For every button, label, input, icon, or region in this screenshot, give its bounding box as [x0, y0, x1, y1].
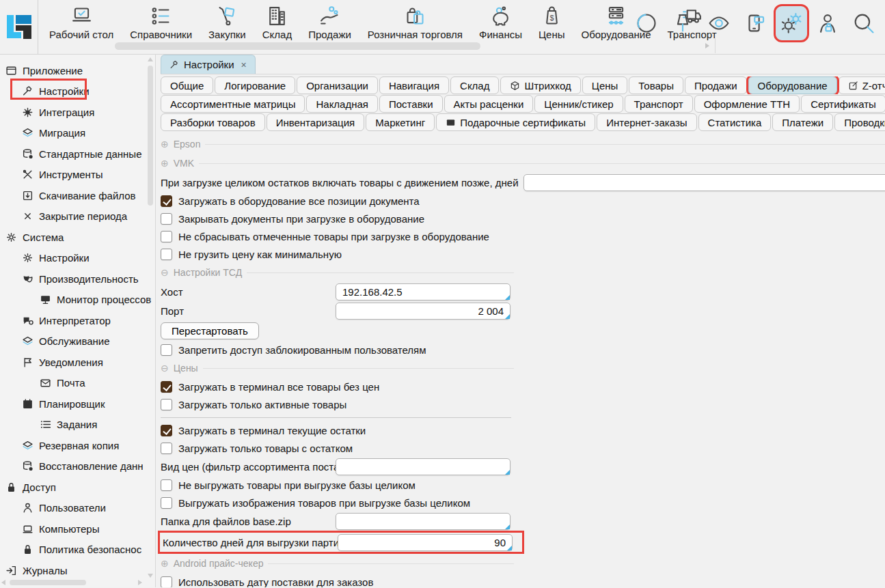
tab-z-otchety[interactable]: Z-отчеты	[839, 76, 885, 94]
section-android-price-checker[interactable]: ⊕Android прайс-чекер	[161, 554, 514, 573]
checkbox[interactable]	[161, 479, 172, 491]
tab-organizatsii[interactable]: Организации	[297, 76, 378, 94]
checkbox[interactable]	[161, 381, 172, 393]
close-icon[interactable]: ×	[241, 59, 247, 70]
sidebar-item-instrumenty[interactable]: Инструменты	[0, 165, 155, 186]
sidebar-item-monitor-protsessov[interactable]: Монитор процессов	[0, 290, 155, 311]
expand-icon[interactable]: ⊕	[161, 158, 169, 168]
sidebar-vscroll-thumb[interactable]	[148, 66, 153, 206]
checkbox[interactable]	[161, 576, 172, 588]
section-tsd-settings[interactable]: ⊖Настройки ТСД	[161, 263, 514, 282]
checkbox[interactable]	[161, 497, 172, 509]
checkbox[interactable]	[161, 399, 172, 410]
visibility-icon[interactable]	[703, 6, 735, 40]
toolbar-scroll-right-arrow[interactable]	[705, 43, 709, 48]
scroll-down-arrow[interactable]	[148, 574, 153, 578]
tab-logirovanie[interactable]: Логирование	[215, 76, 295, 94]
checkbox[interactable]	[161, 344, 172, 356]
checkbox[interactable]	[161, 249, 172, 260]
sidebar-item-sistema[interactable]: Система	[0, 227, 155, 248]
basezip-folder-input[interactable]	[336, 513, 510, 530]
sidebar-item-nastroyki-sistema[interactable]: Настройки	[0, 248, 155, 269]
host-input[interactable]	[336, 283, 510, 300]
toolbar-item-prices[interactable]: $Цены	[530, 5, 573, 40]
checkbox[interactable]	[161, 195, 172, 207]
toolbar-item-desktop[interactable]: Рабочий стол	[41, 5, 122, 40]
tab-razborki-tovarov[interactable]: Разборки товаров	[161, 113, 265, 131]
batch-unload-days-input[interactable]	[338, 534, 513, 551]
tab-statistika[interactable]: Статистика	[698, 113, 772, 131]
collapse-icon[interactable]: ⊖	[161, 363, 169, 373]
scroll-left-arrow[interactable]	[1, 580, 5, 585]
tab-platezhi[interactable]: Платежи	[772, 113, 833, 131]
tab-podarochnye-sertifikaty[interactable]: Подарочные сертификаты	[436, 113, 595, 131]
checkbox[interactable]	[161, 425, 172, 436]
tab-oborudovanie-selected[interactable]: Оборудование	[748, 76, 837, 94]
checkbox[interactable]	[161, 443, 172, 454]
tab-obshchie[interactable]: Общие	[161, 76, 213, 94]
sidebar-item-zakrytie-perioda[interactable]: Закрытие периода	[0, 206, 155, 227]
tab-assortimentnye-matritsy[interactable]: Ассортиментные матрицы	[161, 95, 305, 113]
sidebar-item-migratsiya[interactable]: Миграция	[0, 123, 155, 144]
tab-oformlenie-ttn[interactable]: Оформление ТТН	[694, 95, 800, 113]
scroll-right-arrow[interactable]	[138, 580, 142, 585]
app-logo[interactable]	[0, 0, 38, 54]
sidebar-item-kompyutery[interactable]: Компьютеры	[0, 518, 155, 540]
price-type-input[interactable]	[336, 458, 510, 475]
movement-days-input[interactable]	[523, 174, 885, 191]
tab-tseny[interactable]: Цены	[582, 76, 628, 94]
section-epson[interactable]: ⊕Epson	[161, 135, 885, 154]
sidebar-item-integratsiya[interactable]: Интеграция	[0, 102, 155, 123]
sidebar-vertical-scrollbar[interactable]	[147, 57, 154, 578]
section-prices[interactable]: ⊖Цены	[161, 359, 514, 378]
toolbar-item-warehouse[interactable]: Склад	[254, 5, 300, 40]
sidebar-item-planirovshchik[interactable]: Планировщик	[0, 393, 155, 415]
checkbox[interactable]	[161, 213, 172, 225]
tab-tsennik-stiker[interactable]: Ценник/стикер	[534, 95, 623, 113]
sidebar-item-rezervnaya-kopiya[interactable]: Резервная копия	[0, 435, 155, 456]
tab-shtrikhkod[interactable]: Штрихкод	[500, 76, 580, 94]
search-icon[interactable]	[848, 6, 880, 40]
tab-sertifikaty[interactable]: Сертификаты	[801, 95, 885, 113]
tab-transport[interactable]: Транспорт	[625, 95, 693, 113]
sidebar-item-uvedomleniya[interactable]: Уведомления	[0, 352, 155, 373]
tab-marketing[interactable]: Маркетинг	[366, 113, 435, 131]
sidebar-item-zhurnaly[interactable]: Журналы	[0, 560, 155, 581]
restart-button[interactable]: Перестартовать	[161, 322, 259, 339]
sidebar-item-prilozhenie[interactable]: Приложение	[0, 60, 155, 81]
tab-sklad[interactable]: Склад	[450, 76, 499, 94]
scroll-up-arrow[interactable]	[148, 57, 153, 61]
tab-provodki[interactable]: Проводки	[834, 113, 885, 131]
sidebar-item-proizvoditelnost[interactable]: Производительность	[0, 268, 155, 290]
sidebar-item-vosstanovlenie-dannykh[interactable]: Восстановление данн	[0, 456, 155, 477]
tab-internet-zakazy[interactable]: Интернет-заказы	[597, 113, 696, 131]
sidebar-item-standartnye-dannye[interactable]: Стандартные данные	[0, 143, 155, 165]
tab-prodazhi[interactable]: Продажи	[685, 76, 747, 94]
sidebar-item-politika-bezopasnosti[interactable]: Политика безопаснос	[0, 540, 155, 561]
messages-icon[interactable]	[739, 6, 771, 40]
tab-nakladnaya[interactable]: Накладная	[306, 95, 378, 113]
settings-gears-icon[interactable]	[776, 6, 807, 40]
tab-tovary[interactable]: Товары	[629, 76, 683, 94]
toolbar-scrollbar[interactable]	[113, 42, 711, 51]
sidebar-item-interpretator[interactable]: Интерпретатор	[0, 310, 155, 331]
sidebar-item-obsluzhivanie[interactable]: Обслуживание	[0, 331, 155, 352]
sidebar-hscroll-thumb[interactable]	[10, 580, 86, 585]
time-icon[interactable]	[631, 6, 662, 40]
toolbar-item-sales[interactable]: Продажи	[300, 5, 359, 40]
collapse-icon[interactable]: ⊖	[161, 268, 169, 277]
tab-postavki[interactable]: Поставки	[379, 95, 443, 113]
sidebar-item-zadaniya[interactable]: Задания	[0, 415, 155, 436]
pin-icon[interactable]	[667, 6, 698, 40]
sidebar-horizontal-scrollbar[interactable]	[1, 579, 142, 586]
toolbar-item-purchases[interactable]: Закупки	[200, 5, 254, 40]
tab-nastroyki-document[interactable]: Настройки ×	[161, 55, 256, 74]
section-vmk[interactable]: ⊕VMK	[161, 154, 885, 173]
tab-navigatsiya[interactable]: Навигация	[379, 76, 449, 94]
sidebar-item-dostup[interactable]: Доступ	[0, 477, 155, 498]
port-input[interactable]	[336, 303, 510, 320]
tab-inventarizatsiya[interactable]: Инвентаризация	[267, 113, 365, 131]
sidebar-item-pochta[interactable]: Почта	[0, 373, 155, 394]
sidebar-item-skachivanie-faylov[interactable]: Скачивание файлов	[0, 185, 155, 206]
sidebar-item-nastroyki-app[interactable]: Настройки	[0, 81, 155, 102]
